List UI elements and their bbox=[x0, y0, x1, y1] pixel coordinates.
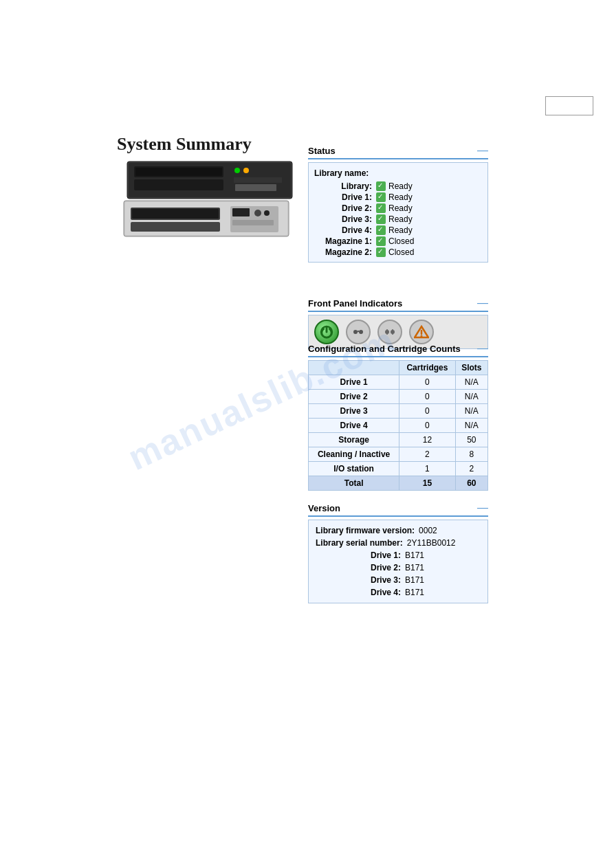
version-row-value: B171 bbox=[405, 550, 424, 560]
status-check-icon bbox=[376, 225, 386, 235]
status-row-label: Library: bbox=[314, 181, 376, 191]
status-row: Drive 1:Ready bbox=[314, 192, 482, 203]
version-collapse-button[interactable]: — bbox=[477, 502, 488, 514]
svg-point-20 bbox=[353, 330, 358, 334]
config-table-row: Total1560 bbox=[309, 476, 488, 491]
config-row-slots: N/A bbox=[455, 375, 487, 390]
config-row-cartridges: 0 bbox=[399, 404, 456, 419]
status-row: Magazine 2:Closed bbox=[314, 247, 482, 258]
config-row-label: Cleaning / Inactive bbox=[309, 447, 399, 462]
status-collapse-button[interactable]: — bbox=[477, 144, 488, 157]
version-row: Drive 1:B171 bbox=[316, 549, 481, 561]
config-table-row: I/O station12 bbox=[309, 462, 488, 476]
front-panel-collapse-button[interactable]: — bbox=[477, 297, 488, 309]
config-table-row: Cleaning / Inactive28 bbox=[309, 447, 488, 462]
config-row-slots: 2 bbox=[455, 462, 487, 476]
version-row-value: 0002 bbox=[419, 526, 437, 535]
version-row-label: Drive 2: bbox=[316, 563, 405, 572]
config-panel: Configuration and Cartridge Counts — Car… bbox=[308, 342, 488, 491]
status-check-icon bbox=[376, 192, 386, 202]
version-row-label: Library firmware version: bbox=[316, 526, 419, 535]
config-row-label: I/O station bbox=[309, 462, 399, 476]
status-row-value: Ready bbox=[388, 225, 413, 235]
top-right-box bbox=[545, 96, 593, 115]
warning-indicator-icon bbox=[409, 320, 434, 344]
config-col-cartridges: Cartridges bbox=[399, 361, 456, 375]
status-row: Drive 4:Ready bbox=[314, 225, 482, 236]
status-row: Drive 2:Ready bbox=[314, 203, 482, 214]
status-row-value: Ready bbox=[388, 192, 413, 202]
status-row-value: Ready bbox=[388, 203, 413, 213]
power-indicator-icon bbox=[314, 320, 339, 344]
device-image bbox=[117, 158, 303, 241]
svg-point-28 bbox=[421, 335, 423, 337]
alert-indicator-icon bbox=[377, 320, 402, 344]
svg-rect-4 bbox=[131, 222, 220, 232]
svg-rect-18 bbox=[235, 184, 276, 191]
status-check-icon bbox=[376, 236, 386, 246]
config-table-row: Drive 30N/A bbox=[309, 404, 488, 419]
status-row-value: Ready bbox=[388, 181, 413, 191]
status-section-title: Status bbox=[308, 146, 336, 156]
config-row-label: Drive 1 bbox=[309, 375, 399, 390]
front-panel-section-title: Front Panel Indicators bbox=[308, 298, 402, 309]
front-panel-panel: Front Panel Indicators — bbox=[308, 297, 488, 349]
svg-point-8 bbox=[264, 210, 270, 216]
status-row-value: Closed bbox=[388, 247, 414, 257]
status-row-label: Drive 4: bbox=[314, 225, 376, 235]
svg-point-7 bbox=[254, 210, 261, 216]
config-row-slots: N/A bbox=[455, 404, 487, 419]
svg-point-21 bbox=[359, 330, 363, 334]
status-check-icon bbox=[376, 247, 386, 257]
config-row-slots: 50 bbox=[455, 433, 487, 447]
config-row-label: Storage bbox=[309, 433, 399, 447]
version-row: Library serial number:2Y11BB0012 bbox=[316, 537, 481, 549]
version-row: Library firmware version:0002 bbox=[316, 524, 481, 537]
config-col-label bbox=[309, 361, 399, 375]
svg-rect-3 bbox=[132, 209, 219, 219]
version-row-label: Drive 4: bbox=[316, 588, 405, 597]
config-table-row: Drive 10N/A bbox=[309, 375, 488, 390]
config-row-slots: N/A bbox=[455, 419, 487, 433]
svg-point-16 bbox=[243, 168, 249, 173]
version-row-value: B171 bbox=[405, 575, 424, 585]
status-box: Library name: Library:ReadyDrive 1:Ready… bbox=[308, 162, 488, 263]
svg-rect-6 bbox=[232, 208, 250, 216]
version-row-value: 2Y11BB0012 bbox=[407, 538, 456, 548]
library-name-label: Library name: bbox=[314, 167, 482, 181]
config-row-cartridges: 0 bbox=[399, 419, 456, 433]
version-row: Drive 2:B171 bbox=[316, 561, 481, 574]
config-row-slots: 60 bbox=[455, 476, 487, 491]
config-table-row: Drive 20N/A bbox=[309, 390, 488, 404]
status-row-label: Magazine 2: bbox=[314, 247, 376, 257]
activity-indicator-icon bbox=[346, 320, 371, 344]
config-row-label: Total bbox=[309, 476, 399, 491]
status-row-label: Drive 1: bbox=[314, 192, 376, 202]
version-row: Drive 3:B171 bbox=[316, 574, 481, 586]
config-table-row: Storage1250 bbox=[309, 433, 488, 447]
config-row-cartridges: 0 bbox=[399, 375, 456, 390]
config-row-label: Drive 4 bbox=[309, 419, 399, 433]
svg-rect-13 bbox=[135, 168, 222, 176]
status-row-label: Drive 3: bbox=[314, 214, 376, 224]
config-row-cartridges: 12 bbox=[399, 433, 456, 447]
status-panel: Status — Library name: Library:ReadyDriv… bbox=[308, 144, 488, 263]
config-table-row: Drive 40N/A bbox=[309, 419, 488, 433]
version-row-label: Drive 1: bbox=[316, 550, 405, 560]
svg-point-15 bbox=[234, 168, 240, 173]
config-row-cartridges: 15 bbox=[399, 476, 456, 491]
page-title: System Summary bbox=[117, 134, 252, 155]
config-col-slots: Slots bbox=[455, 361, 487, 375]
version-row: Drive 4:B171 bbox=[316, 586, 481, 599]
version-row-label: Drive 3: bbox=[316, 575, 405, 585]
status-row-value: Ready bbox=[388, 214, 413, 224]
svg-rect-9 bbox=[232, 220, 274, 225]
status-row: Library:Ready bbox=[314, 181, 482, 192]
config-table: Cartridges Slots Drive 10N/ADrive 20N/AD… bbox=[308, 360, 488, 491]
config-section-title: Configuration and Cartridge Counts bbox=[308, 344, 461, 354]
config-row-cartridges: 0 bbox=[399, 390, 456, 404]
config-row-cartridges: 2 bbox=[399, 447, 456, 462]
status-check-icon bbox=[376, 181, 386, 191]
config-collapse-button[interactable]: — bbox=[477, 342, 488, 355]
version-box: Library firmware version:0002Library ser… bbox=[308, 520, 488, 603]
